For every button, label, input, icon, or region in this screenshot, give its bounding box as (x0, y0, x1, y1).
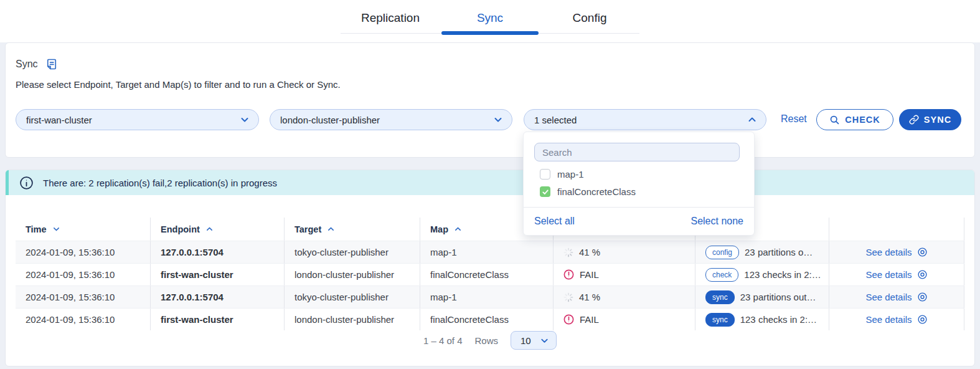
col-header-time[interactable]: Time (16, 218, 150, 241)
tab-replication[interactable]: Replication (341, 7, 440, 33)
message-text: 123 checks in 2:… (740, 314, 817, 325)
map-option-label: map-1 (557, 169, 584, 180)
search-input[interactable] (534, 143, 740, 161)
actions-cell: See details (829, 286, 964, 308)
message-cell: config 23 partitions o… (695, 241, 829, 263)
sort-desc-icon (52, 225, 60, 233)
col-header-endpoint[interactable]: Endpoint (150, 218, 284, 241)
map-option-label: finalConcreteClass (557, 186, 636, 197)
target-select[interactable]: london-cluster-publisher (270, 109, 512, 130)
check-button[interactable]: CHECK (816, 109, 893, 130)
see-details-link[interactable]: See details (865, 314, 927, 325)
endpoint-cell: 127.0.0.1:5704 (150, 286, 284, 308)
info-icon (19, 176, 34, 190)
col-header-label: Target (294, 224, 321, 234)
time-cell: 2024-01-09, 15:36:10 (16, 264, 150, 285)
time-cell: 2024-01-09, 15:36:10 (16, 241, 150, 263)
see-details-link[interactable]: See details (865, 247, 927, 257)
endpoint-cell: first-wan-cluster (150, 309, 284, 330)
col-header-label: Map (430, 224, 448, 234)
actions-cell: See details (829, 264, 964, 285)
sort-asc-icon (327, 225, 335, 233)
tab-sync[interactable]: Sync (440, 7, 540, 33)
map-option-map-1[interactable]: map-1 (540, 169, 584, 180)
message-cell: check 123 checks in 2:… (695, 264, 829, 285)
tab-band: Replication Sync Config (0, 0, 980, 42)
map-cell: map-1 (420, 286, 553, 308)
search-icon (829, 115, 840, 125)
map-cell: finalConcreteClass (420, 264, 553, 285)
eye-icon (917, 292, 928, 302)
table-row: 2024-01-09, 15:36:10 first-wan-cluster l… (16, 263, 964, 285)
select-none-link[interactable]: Select none (690, 216, 743, 227)
map-dropdown-panel: map-1 finalConcreteClass Select all Sele… (523, 132, 755, 236)
map-cell: finalConcreteClass (420, 309, 553, 330)
table-body: 2024-01-09, 15:36:10 127.0.0.1:5704 toky… (16, 241, 964, 330)
operation-badge: check (705, 268, 738, 282)
col-header-label: Time (26, 224, 47, 234)
endpoint-cell: 127.0.0.1:5704 (150, 241, 284, 263)
endpoint-select-value: first-wan-cluster (26, 115, 92, 125)
table-row: 2024-01-09, 15:36:10 127.0.0.1:5704 toky… (16, 241, 964, 263)
see-details-link[interactable]: See details (865, 292, 927, 302)
table-header-row: Time Endpoint Target Map (16, 218, 964, 241)
status-text: FAIL (580, 314, 599, 325)
chevron-up-icon (747, 115, 757, 125)
select-all-link[interactable]: Select all (534, 216, 575, 227)
sync-filter-card: Sync Please select Endpoint, Target and … (5, 42, 975, 158)
spinner-icon (563, 292, 573, 302)
eye-icon (917, 314, 928, 325)
see-details-label: See details (865, 247, 912, 257)
document-icon[interactable] (45, 58, 58, 70)
rows-per-page-value: 10 (521, 335, 531, 346)
actions-cell: See details (829, 241, 964, 263)
status-text: FAIL (580, 269, 599, 280)
map-multiselect-value: 1 selected (534, 115, 577, 125)
sync-button[interactable]: SYNC (899, 109, 961, 130)
message-cell: sync 123 checks in 2:… (695, 309, 829, 330)
map-multiselect[interactable]: 1 selected (524, 109, 766, 130)
endpoint-cell: first-wan-cluster (150, 264, 284, 285)
reset-button[interactable]: Reset (781, 113, 807, 125)
operation-badge: config (705, 246, 739, 259)
message-text: 23 partitions o… (745, 247, 813, 257)
eye-icon (917, 247, 928, 257)
sort-asc-icon (205, 225, 214, 233)
page-title-text: Sync (16, 59, 38, 70)
operation-badge: sync (705, 290, 735, 304)
see-details-label: See details (865, 292, 912, 302)
pagination: 1 – 4 of 4 Rows 10 (6, 331, 974, 350)
time-cell: 2024-01-09, 15:36:10 (16, 309, 150, 330)
map-panel-footer: Select all Select none (524, 207, 754, 235)
target-cell: london-cluster-publisher (284, 309, 420, 330)
target-select-value: london-cluster-publisher (280, 115, 380, 125)
rows-per-page-select[interactable]: 10 (511, 331, 557, 350)
map-option-finalconcreteclass[interactable]: finalConcreteClass (540, 186, 636, 197)
col-header-target[interactable]: Target (284, 218, 420, 241)
target-cell: tokyo-cluster-publisher (284, 286, 420, 308)
info-banner: There are: 2 replication(s) fail,2 repli… (6, 170, 974, 195)
see-details-link[interactable]: See details (865, 269, 927, 280)
chevron-down-icon (540, 336, 549, 345)
message-cell: sync 23 partitions out… (695, 286, 829, 308)
see-details-label: See details (865, 314, 912, 325)
checkbox-unchecked-icon[interactable] (540, 169, 550, 180)
page-title: Sync (16, 58, 58, 70)
error-icon (563, 269, 574, 280)
replication-table: Time Endpoint Target Map (16, 218, 964, 330)
link-icon (909, 115, 919, 125)
eye-icon (917, 269, 928, 280)
chevron-down-icon (493, 115, 503, 125)
endpoint-select[interactable]: first-wan-cluster (16, 109, 259, 130)
info-banner-text: There are: 2 replication(s) fail,2 repli… (43, 178, 277, 188)
checkbox-checked-icon[interactable] (540, 186, 550, 197)
message-text: 23 partitions out… (740, 292, 816, 302)
sort-asc-icon (454, 225, 462, 233)
status-text: 41 % (579, 292, 600, 302)
time-cell: 2024-01-09, 15:36:10 (16, 286, 150, 308)
check-button-label: CHECK (845, 115, 880, 125)
tab-config[interactable]: Config (540, 7, 639, 33)
col-header-label: Endpoint (161, 224, 200, 234)
status-cell: FAIL (553, 309, 695, 330)
status-cell: 41 % (553, 286, 695, 308)
